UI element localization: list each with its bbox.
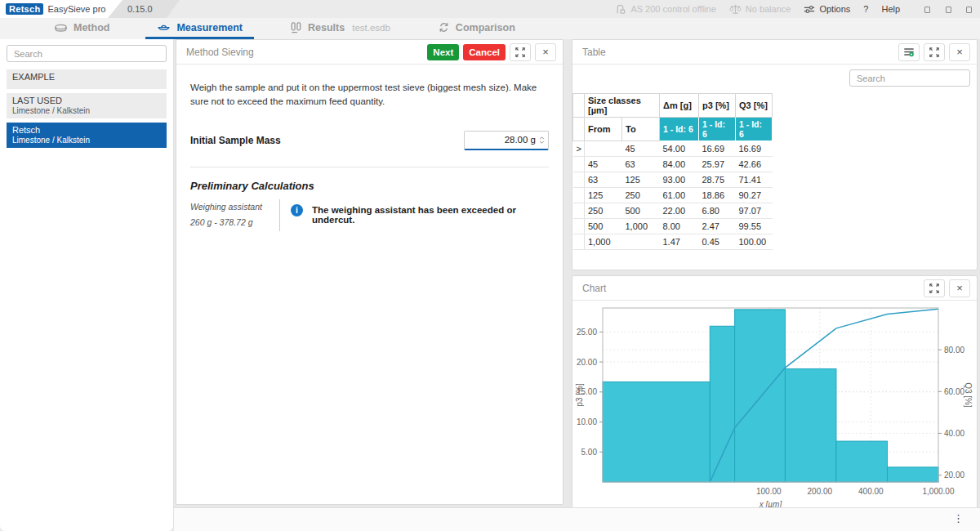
fullscreen-button[interactable] xyxy=(510,43,531,61)
options-label: Options xyxy=(819,4,850,14)
sidebar-item-last-used[interactable]: LAST USEDLimestone / Kalkstein xyxy=(7,93,167,118)
cancel-button[interactable]: Cancel xyxy=(463,44,506,60)
tab-method-label: Method xyxy=(74,22,109,33)
app-title-tab: Retsch EasySieve pro xyxy=(0,0,122,18)
gutter-header xyxy=(573,118,585,141)
chevron-up-icon xyxy=(539,136,545,140)
cell-p3: 2.47 xyxy=(699,219,736,234)
sidebar-item-retsch[interactable]: RetschLimestone / Kalkstein xyxy=(7,123,167,148)
method-list: EXAMPLELAST USEDLimestone / KalksteinRet… xyxy=(7,69,167,148)
help-button[interactable]: Help xyxy=(881,4,900,14)
tab-comparison-label: Comparison xyxy=(456,22,515,33)
cell-p3: 0.45 xyxy=(699,234,736,250)
table-settings-button[interactable] xyxy=(898,43,920,61)
svg-text:400.00: 400.00 xyxy=(858,487,884,496)
close-panel-button[interactable]: × xyxy=(535,43,556,61)
svg-text:100.00: 100.00 xyxy=(756,487,782,496)
table-row[interactable]: 6312593.0028.7571.41 xyxy=(573,172,977,188)
particle-size-chart[interactable]: 5.0010.0015.0020.0025.0020.0040.0060.008… xyxy=(572,301,977,512)
series-id-q3[interactable]: 1 - Id: 6 xyxy=(736,118,773,141)
table-row[interactable]: 5001,0008.002.4799.55 xyxy=(573,219,977,234)
close-icon: × xyxy=(542,46,549,58)
initial-sample-mass-input[interactable]: 28.00 g xyxy=(464,131,549,150)
cell-q3: 42.66 xyxy=(736,157,773,172)
series-id-p3[interactable]: 1 - Id: 6 xyxy=(699,118,736,141)
cell-from: 63 xyxy=(585,172,622,188)
cell-dm: 61.00 xyxy=(660,188,699,203)
cell-marker xyxy=(573,188,585,203)
results-table: Size classes [µm] Δm [g] p3 [%] Q3 [%] F… xyxy=(572,93,977,250)
options-button[interactable]: Options xyxy=(804,4,850,15)
vertical-divider xyxy=(279,199,280,232)
results-columns-icon xyxy=(290,21,302,33)
cell-q3: 90.27 xyxy=(736,188,773,203)
svg-text:10.00: 10.00 xyxy=(577,417,597,426)
mass-stepper[interactable] xyxy=(539,136,545,144)
cell-q3: 71.41 xyxy=(736,172,773,188)
tab-comparison[interactable]: Comparison xyxy=(426,18,527,39)
svg-text:Q3 [%]: Q3 [%] xyxy=(964,382,973,408)
series-id-dm[interactable]: 1 - Id: 6 xyxy=(660,118,699,141)
cell-marker xyxy=(573,203,585,219)
chart-panel: Chart × 5.0010.0015.0020.0025.0020.0040.… xyxy=(572,275,978,513)
cell-p3: 28.75 xyxy=(699,172,736,188)
fullscreen-icon xyxy=(515,47,525,57)
retsch-logo: Retsch xyxy=(6,3,43,15)
size-classes-header: Size classes [µm] xyxy=(585,94,660,118)
item-title: Retsch xyxy=(12,125,161,135)
cell-dm: 54.00 xyxy=(660,141,699,157)
panel-title: Method Sieving xyxy=(186,47,254,58)
table-fullscreen-button[interactable] xyxy=(924,43,945,61)
table-panel: Table × xyxy=(572,39,978,270)
window-close-button[interactable] xyxy=(966,7,972,13)
from-header: From xyxy=(585,118,622,141)
chart-fullscreen-button[interactable] xyxy=(924,279,945,297)
sidebar-search-input[interactable] xyxy=(7,45,167,62)
overflow-menu-button[interactable]: ⋮ xyxy=(950,512,967,524)
dm-header: Δm [g] xyxy=(660,94,699,118)
balance-status[interactable]: No balance xyxy=(729,3,791,15)
cell-to xyxy=(622,234,660,250)
table-row[interactable]: 1,0001.470.45100.00 xyxy=(573,234,977,250)
cell-from: 45 xyxy=(585,157,622,172)
cell-filler xyxy=(773,188,977,203)
svg-text:40.00: 40.00 xyxy=(944,429,964,438)
table-settings-icon xyxy=(903,47,915,57)
chart-close-button[interactable]: × xyxy=(949,279,970,297)
cell-from xyxy=(585,141,622,157)
window-maximize-button[interactable] xyxy=(946,7,951,13)
question-button[interactable]: ? xyxy=(863,4,868,14)
table-panel-title: Table xyxy=(582,47,606,58)
table-close-button[interactable]: × xyxy=(949,43,970,61)
table-row[interactable]: >4554.0016.6916.69 xyxy=(573,141,977,157)
next-button[interactable]: Next xyxy=(427,44,459,60)
device-status[interactable]: AS 200 control offline xyxy=(614,3,715,16)
weighing-warning-text: The weighing assistant has been exceeded… xyxy=(312,204,549,225)
cell-q3: 99.55 xyxy=(736,219,773,234)
cell-to: 500 xyxy=(622,203,660,219)
svg-text:80.00: 80.00 xyxy=(944,346,964,355)
main-nav: Method Measurement Results test.esdb Com… xyxy=(0,18,980,39)
sidebar-item-example[interactable]: EXAMPLE xyxy=(7,69,167,89)
window-minimize-button[interactable] xyxy=(924,7,930,13)
cell-to: 125 xyxy=(622,172,660,188)
tab-measurement-label: Measurement xyxy=(176,22,243,33)
table-search-input[interactable] xyxy=(849,69,970,87)
table-row[interactable]: 25050022.006.8097.07 xyxy=(573,203,977,219)
cell-from: 500 xyxy=(585,219,622,234)
cell-marker xyxy=(573,157,585,172)
tab-measurement[interactable]: Measurement xyxy=(145,18,254,39)
top-bar: 0.15.0 Retsch EasySieve pro AS 200 contr… xyxy=(0,0,980,18)
cell-to: 63 xyxy=(622,157,660,172)
item-subtitle: Limestone / Kalkstein xyxy=(12,136,161,145)
svg-text:5.00: 5.00 xyxy=(581,448,598,457)
close-icon: × xyxy=(956,46,963,58)
table-row[interactable]: 12525061.0018.8690.27 xyxy=(573,188,977,203)
table-row[interactable]: 456384.0025.9742.66 xyxy=(573,157,977,172)
tab-method[interactable]: Method xyxy=(42,18,121,39)
app-name: EasySieve pro xyxy=(47,4,105,14)
cell-to: 1,000 xyxy=(622,219,660,234)
cell-filler xyxy=(773,172,977,188)
tab-results[interactable]: Results test.esdb xyxy=(278,18,402,39)
svg-text:25.00: 25.00 xyxy=(577,328,597,337)
